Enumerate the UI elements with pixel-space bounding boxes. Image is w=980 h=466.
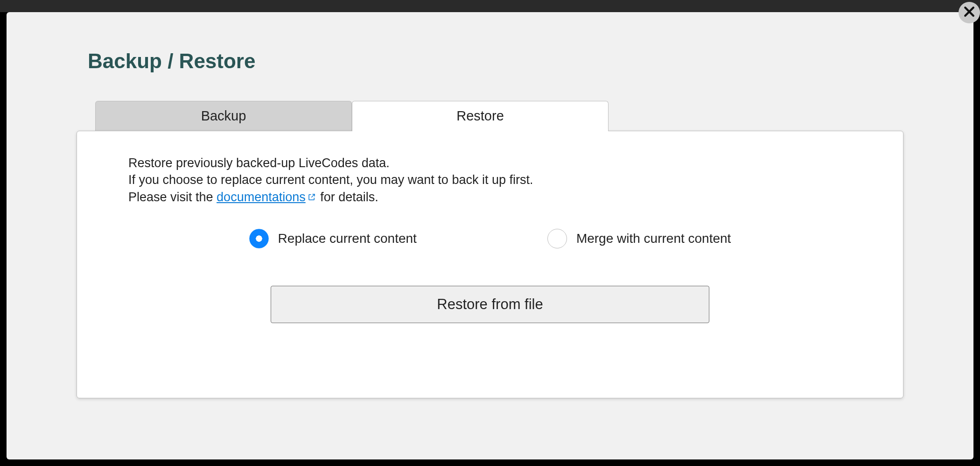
tab-backup-label: Backup <box>201 108 246 124</box>
radio-merge[interactable] <box>547 229 567 248</box>
desc-line1: Restore previously backed-up LiveCodes d… <box>128 156 390 170</box>
background-bar <box>0 0 980 12</box>
restore-description: Restore previously backed-up LiveCodes d… <box>128 155 852 205</box>
option-merge-label: Merge with current content <box>576 231 731 246</box>
restore-from-file-button[interactable]: Restore from file <box>271 286 709 323</box>
modal-title: Backup / Restore <box>88 49 903 73</box>
close-button[interactable] <box>959 2 980 23</box>
option-replace[interactable]: Replace current content <box>249 229 417 248</box>
desc-line3-prefix: Please visit the <box>128 190 217 204</box>
backup-restore-modal: Backup / Restore Backup Restore Restore … <box>7 12 973 459</box>
external-link-icon <box>308 189 316 205</box>
option-replace-label: Replace current content <box>278 231 417 246</box>
documentations-link-text: documentations <box>217 190 306 204</box>
radio-replace[interactable] <box>249 229 269 248</box>
tabs-container: Backup Restore Restore previously backed… <box>77 101 903 398</box>
desc-line3-suffix: for details. <box>317 190 378 204</box>
desc-line2: If you choose to replace current content… <box>128 173 533 187</box>
restore-mode-options: Replace current content Merge with curre… <box>128 229 852 248</box>
close-icon <box>962 5 976 21</box>
restore-panel: Restore previously backed-up LiveCodes d… <box>77 131 903 398</box>
tab-list: Backup Restore <box>95 101 903 131</box>
tab-restore[interactable]: Restore <box>352 101 609 131</box>
tab-restore-label: Restore <box>456 108 504 124</box>
option-merge[interactable]: Merge with current content <box>547 229 731 248</box>
tab-backup[interactable]: Backup <box>95 101 352 131</box>
documentations-link[interactable]: documentations <box>217 190 317 204</box>
